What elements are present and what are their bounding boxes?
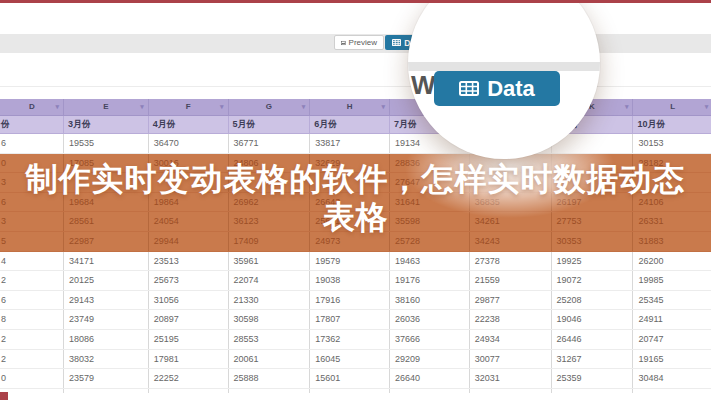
- cell[interactable]: 29209: [390, 349, 470, 369]
- column-header[interactable]: G▾: [228, 99, 310, 116]
- cell[interactable]: 20061: [228, 349, 310, 369]
- cell[interactable]: 16045: [310, 349, 390, 369]
- month-header-cell[interactable]: 5月份: [228, 116, 310, 134]
- cell[interactable]: 29169: [63, 388, 148, 393]
- cell[interactable]: 38032: [63, 349, 148, 369]
- preview-tab-button[interactable]: Preview: [334, 35, 384, 50]
- cell[interactable]: 31267: [551, 349, 633, 369]
- cell[interactable]: 19046: [551, 310, 633, 330]
- cell[interactable]: 2: [0, 271, 63, 291]
- cell[interactable]: 6: [0, 134, 63, 154]
- cell[interactable]: 18086: [63, 329, 148, 349]
- cell[interactable]: 20125: [63, 271, 148, 291]
- cell[interactable]: 26640: [390, 369, 470, 389]
- cell[interactable]: 1: [0, 388, 63, 393]
- cell[interactable]: 26446: [551, 329, 633, 349]
- cell[interactable]: 19925: [551, 251, 633, 271]
- cell[interactable]: 33817: [310, 134, 390, 154]
- cell[interactable]: 23579: [63, 369, 148, 389]
- column-dropdown-icon[interactable]: ▾: [220, 99, 224, 115]
- cell[interactable]: 19579: [310, 251, 390, 271]
- cell[interactable]: 28553: [228, 329, 310, 349]
- cell[interactable]: 19165: [633, 349, 711, 369]
- cell[interactable]: 17981: [148, 349, 228, 369]
- cell[interactable]: 30484: [633, 369, 711, 389]
- cell[interactable]: 24911: [633, 310, 711, 330]
- cell[interactable]: 19038: [310, 271, 390, 291]
- column-header[interactable]: F▾: [148, 99, 228, 116]
- cell[interactable]: 25359: [551, 369, 633, 389]
- cell[interactable]: 19463: [390, 251, 470, 271]
- cell[interactable]: 30153: [633, 134, 711, 154]
- column-header[interactable]: D▾: [0, 99, 63, 116]
- cell[interactable]: 15601: [310, 369, 390, 389]
- cell[interactable]: 30598: [228, 310, 310, 330]
- cell[interactable]: 31056: [148, 290, 228, 310]
- month-header-cell[interactable]: 10月份: [633, 116, 711, 134]
- cell[interactable]: 19176: [390, 271, 470, 291]
- cell[interactable]: 2: [0, 329, 63, 349]
- cell[interactable]: 22252: [148, 369, 228, 389]
- cell[interactable]: 17362: [310, 329, 390, 349]
- cell[interactable]: 17916: [310, 290, 390, 310]
- cell[interactable]: 20747: [633, 329, 711, 349]
- column-header[interactable]: E▾: [63, 99, 148, 116]
- cell[interactable]: 34171: [63, 251, 148, 271]
- cell[interactable]: 34017: [390, 388, 470, 393]
- cell[interactable]: 23749: [63, 310, 148, 330]
- cell[interactable]: 35961: [228, 251, 310, 271]
- cell[interactable]: 29877: [469, 290, 551, 310]
- cell[interactable]: 4: [0, 251, 63, 271]
- column-dropdown-icon[interactable]: ▾: [55, 99, 59, 115]
- cell[interactable]: 32031: [469, 369, 551, 389]
- cell[interactable]: 36771: [228, 134, 310, 154]
- cell[interactable]: 25195: [148, 329, 228, 349]
- cell[interactable]: 27378: [469, 251, 551, 271]
- cell[interactable]: 21559: [469, 271, 551, 291]
- cell[interactable]: 0: [0, 369, 63, 389]
- cell[interactable]: 26036: [390, 310, 470, 330]
- column-dropdown-icon[interactable]: ▾: [140, 99, 144, 115]
- month-header-cell[interactable]: 6月份: [310, 116, 390, 134]
- cell[interactable]: 19535: [63, 134, 148, 154]
- cell[interactable]: 8: [0, 310, 63, 330]
- cell[interactable]: 19985: [633, 271, 711, 291]
- cell[interactable]: 38425: [148, 388, 228, 393]
- cell[interactable]: 29143: [63, 290, 148, 310]
- cell[interactable]: 20631: [469, 388, 551, 393]
- column-header[interactable]: L▾: [633, 99, 711, 116]
- cell[interactable]: 15508: [310, 388, 390, 393]
- cell[interactable]: 2: [0, 349, 63, 369]
- cell[interactable]: 20897: [148, 310, 228, 330]
- cell[interactable]: 24934: [469, 329, 551, 349]
- column-dropdown-icon[interactable]: ▾: [625, 99, 629, 115]
- cell[interactable]: 30077: [469, 349, 551, 369]
- cell[interactable]: 25673: [148, 271, 228, 291]
- column-dropdown-icon[interactable]: ▾: [302, 99, 306, 115]
- cell[interactable]: 21330: [228, 290, 310, 310]
- cell[interactable]: 36470: [148, 134, 228, 154]
- month-header-cell[interactable]: 3月份: [63, 116, 148, 134]
- cell[interactable]: 25345: [633, 290, 711, 310]
- cell[interactable]: 23513: [148, 251, 228, 271]
- cell[interactable]: 25208: [551, 290, 633, 310]
- data-table: D▾E▾F▾G▾H▾I▾J▾K▾L▾▾份3月份4月份5月份6月份7月份8月份9月…: [0, 99, 711, 393]
- cell[interactable]: 28018: [551, 388, 633, 393]
- cell[interactable]: 18742: [228, 388, 310, 393]
- month-header-cell[interactable]: 4月份: [148, 116, 228, 134]
- month-header-cell[interactable]: 份: [0, 116, 63, 134]
- cell[interactable]: 38160: [390, 290, 470, 310]
- cell[interactable]: 37666: [390, 329, 470, 349]
- cell[interactable]: 22238: [469, 310, 551, 330]
- cell[interactable]: 25888: [228, 369, 310, 389]
- cell[interactable]: 19072: [551, 271, 633, 291]
- cell[interactable]: 26200: [633, 251, 711, 271]
- cell[interactable]: 6: [0, 290, 63, 310]
- column-dropdown-icon[interactable]: ▾: [705, 99, 709, 115]
- column-dropdown-icon[interactable]: ▾: [382, 99, 386, 115]
- cell[interactable]: 22074: [228, 271, 310, 291]
- cell[interactable]: 33114: [633, 388, 711, 393]
- cell[interactable]: 17807: [310, 310, 390, 330]
- column-header[interactable]: H▾: [310, 99, 390, 116]
- column-letter: E: [103, 102, 108, 111]
